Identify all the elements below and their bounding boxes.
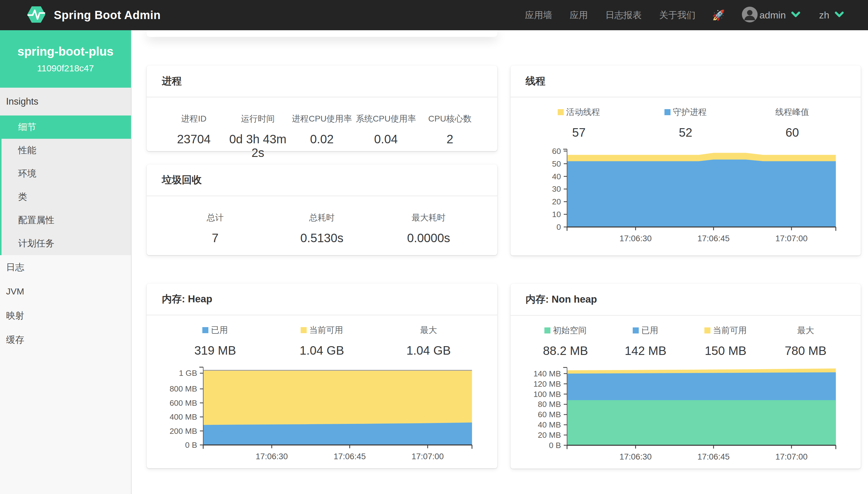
stat-value: 0.04: [354, 132, 418, 146]
process-stat-2: 进程CPU使用率0.02: [290, 113, 354, 159]
heap-stat-0: 已用319 MB: [162, 324, 268, 357]
stat-label: 已用: [605, 325, 686, 336]
partial-card-top: [147, 30, 497, 37]
sidebar-subitem-3[interactable]: 类: [1, 185, 131, 209]
nonheap-memory-card: 内存: Non heap 初始空间88.2 MB已用142 MB当前可用150 …: [510, 284, 861, 469]
heap-area-chart: 0 B200 MB400 MB600 MB800 MB1 GB17:06:301…: [162, 362, 482, 465]
svg-text:60 MB: 60 MB: [538, 410, 561, 419]
sidebar-insights-submenu: 细节性能环境类配置属性计划任务: [0, 115, 131, 255]
nav-item-2[interactable]: 日志报表: [597, 10, 650, 20]
sidebar-item-1[interactable]: JVM: [0, 279, 131, 304]
nav-item-3[interactable]: 关于我们: [650, 10, 704, 20]
gc-stat-2: 最大耗时0.0000s: [375, 212, 482, 245]
threads-stat-0: 活动线程57: [526, 107, 633, 139]
language-selector[interactable]: zh: [819, 10, 844, 21]
stat-label: 守护进程: [632, 107, 739, 118]
sidebar-subitem-5[interactable]: 计划任务: [1, 232, 131, 255]
stat-label: 最大耗时: [375, 212, 482, 223]
nonheap-stat-0: 初始空间88.2 MB: [526, 325, 606, 358]
heap-stat-1: 当前可用1.04 GB: [268, 324, 375, 357]
user-menu[interactable]: admin: [742, 7, 800, 24]
sidebar-item-insights[interactable]: Insights: [0, 88, 131, 115]
process-card: 进程 进程ID23704运行时间0d 3h 43m 2s进程CPU使用率0.02…: [147, 65, 497, 151]
heap-stats: 已用319 MB当前可用1.04 GB最大1.04 GB: [162, 324, 482, 357]
navbar: Spring Boot Admin 应用墙应用日志报表关于我们 🚀 admin: [0, 0, 868, 30]
sidebar-item-0[interactable]: 日志: [0, 255, 131, 279]
heap-card-title: 内存: Heap: [147, 284, 497, 315]
stat-value: 1.04 GB: [375, 344, 482, 357]
stat-label: 最大: [375, 324, 482, 336]
svg-text:600 MB: 600 MB: [170, 398, 197, 407]
svg-text:120 MB: 120 MB: [533, 379, 561, 388]
legend-swatch-icon: [202, 327, 208, 333]
nav-item-0[interactable]: 应用墙: [516, 10, 561, 20]
stat-value: 23704: [162, 132, 226, 146]
stat-value: 150 MB: [686, 344, 766, 358]
svg-text:800 MB: 800 MB: [170, 384, 197, 393]
stat-value: 319 MB: [162, 344, 268, 357]
stat-value: 60: [739, 126, 846, 139]
sidebar-app-header: spring-boot-plus 11090f218c47: [0, 30, 131, 88]
stat-value: 52: [632, 126, 739, 139]
stat-label: 总耗时: [268, 212, 375, 223]
heap-stat-2: 最大1.04 GB: [375, 324, 482, 357]
stat-label: 进程ID: [162, 113, 226, 125]
process-card-title: 进程: [147, 65, 497, 97]
sidebar-item-3[interactable]: 缓存: [0, 328, 131, 352]
sidebar-subitem-2[interactable]: 环境: [1, 162, 131, 185]
brand[interactable]: Spring Boot Admin: [26, 5, 161, 25]
threads-card-title: 线程: [510, 65, 861, 97]
stat-label: 当前可用: [686, 325, 766, 336]
content-column-left: 进程 进程ID23704运行时间0d 3h 43m 2s进程CPU使用率0.02…: [147, 30, 497, 469]
sidebar-subitem-1[interactable]: 性能: [1, 139, 131, 162]
nonheap-stat-2: 当前可用150 MB: [686, 325, 766, 358]
legend-swatch-icon: [558, 109, 564, 115]
gc-stat-1: 总耗时0.5130s: [268, 212, 375, 245]
avatar-icon: [742, 7, 758, 24]
svg-text:20 MB: 20 MB: [538, 431, 561, 440]
brand-title: Spring Boot Admin: [54, 9, 161, 22]
svg-text:60: 60: [552, 147, 561, 156]
stat-value: 780 MB: [766, 344, 846, 358]
svg-text:40: 40: [552, 172, 561, 181]
svg-text:50: 50: [552, 159, 561, 168]
stat-value: 7: [162, 231, 268, 245]
nav-item-1[interactable]: 应用: [561, 10, 597, 20]
stat-label: 系统CPU使用率: [354, 113, 418, 125]
stat-value: 88.2 MB: [526, 344, 606, 358]
svg-text:17:07:00: 17:07:00: [412, 452, 444, 461]
stat-value: 0.5130s: [268, 231, 375, 245]
stat-value: 1.04 GB: [268, 344, 375, 357]
sidebar-subitem-0[interactable]: 细节: [0, 115, 131, 139]
stat-value: 57: [526, 126, 633, 139]
gc-stats: 总计7总耗时0.5130s最大耗时0.0000s: [162, 212, 482, 245]
nonheap-stat-1: 已用142 MB: [605, 325, 686, 358]
stat-label: CPU核心数: [418, 113, 482, 125]
threads-area-chart: 010203040506017:06:3017:06:4517:07:00: [526, 144, 846, 247]
sidebar-item-2[interactable]: 映射: [0, 304, 131, 328]
stat-label: 活动线程: [526, 107, 633, 118]
svg-text:20: 20: [552, 197, 561, 206]
stat-label: 当前可用: [268, 324, 375, 336]
svg-text:17:07:00: 17:07:00: [775, 234, 808, 243]
stat-label: 已用: [162, 324, 268, 336]
sidebar-subitem-4[interactable]: 配置属性: [1, 209, 131, 232]
threads-stats: 活动线程57守护进程52线程峰值60: [526, 107, 846, 139]
gc-card: 垃圾回收 总计7总耗时0.5130s最大耗时0.0000s: [147, 165, 497, 255]
svg-text:200 MB: 200 MB: [170, 426, 197, 436]
svg-text:17:07:00: 17:07:00: [775, 452, 808, 461]
process-stats: 进程ID23704运行时间0d 3h 43m 2s进程CPU使用率0.02系统C…: [162, 113, 482, 159]
process-stat-3: 系统CPU使用率0.04: [354, 113, 418, 159]
stat-value: 0.0000s: [375, 231, 482, 245]
stat-value: 2: [418, 132, 482, 146]
stat-label: 最大: [766, 325, 846, 336]
svg-text:17:06:45: 17:06:45: [334, 452, 366, 461]
legend-swatch-icon: [633, 327, 639, 334]
nonheap-area-chart: 0 B20 MB40 MB60 MB80 MB100 MB120 MB140 M…: [526, 362, 846, 465]
nonheap-card-title: 内存: Non heap: [510, 284, 861, 316]
stat-label: 进程CPU使用率: [290, 113, 354, 125]
rocket-icon[interactable]: 🚀: [704, 9, 733, 21]
svg-text:400 MB: 400 MB: [170, 412, 197, 421]
svg-text:17:06:30: 17:06:30: [256, 452, 288, 461]
svg-text:17:06:30: 17:06:30: [619, 452, 652, 461]
